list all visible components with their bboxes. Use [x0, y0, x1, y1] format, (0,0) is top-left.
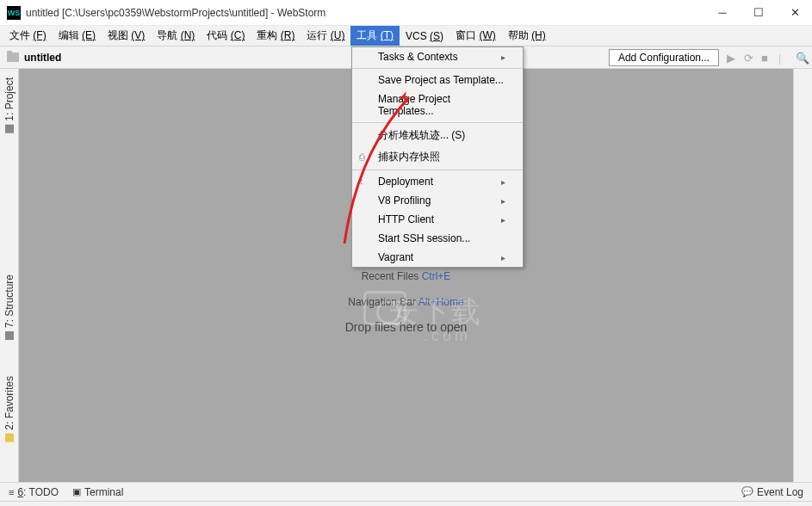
breadcrumb-project[interactable]: untitled — [24, 52, 61, 64]
window-title: untitled [C:\Users\pc0359\WebstormProjec… — [26, 7, 712, 19]
app-icon: WS — [7, 6, 21, 20]
dropdown-item[interactable]: ⎙捕获内存快照 — [352, 146, 523, 168]
tool-tab-favorites[interactable]: 2: Favorites — [2, 371, 17, 447]
dropdown-item[interactable]: V8 Profiling▸ — [352, 191, 523, 210]
dropdown-item[interactable]: 分析堆栈轨迹... (S) — [352, 125, 523, 146]
menubar: 文件 (F)编辑 (E)视图 (V)导航 (N)代码 (C)重构 (R)运行 (… — [0, 26, 812, 46]
search-icon[interactable]: 🔍 — [793, 52, 805, 64]
dropdown-item[interactable]: Tasks & Contexts▸ — [352, 47, 523, 66]
dropdown-item[interactable]: HTTP Client▸ — [352, 210, 523, 229]
menu-item[interactable]: 文件 (F) — [3, 26, 53, 46]
maximize-button[interactable]: ☐ — [748, 6, 769, 19]
run-icon[interactable]: ▶ — [724, 52, 736, 64]
submenu-arrow-icon: ▸ — [501, 52, 505, 62]
hint-navigation-bar: Navigation Bar Alt+Home — [348, 294, 463, 308]
tools-dropdown-menu: Tasks & Contexts▸Save Project as Templat… — [351, 46, 524, 268]
tool-tab-structure[interactable]: 7: Structure — [2, 269, 17, 345]
menu-item[interactable]: 窗口 (W) — [449, 26, 502, 46]
submenu-arrow-icon: ▸ — [501, 177, 505, 187]
status-bar — [0, 501, 812, 506]
submenu-arrow-icon: ▸ — [501, 253, 505, 262]
menu-item[interactable]: VCS (S) — [400, 28, 449, 45]
menu-separator — [352, 68, 523, 69]
debug-icon[interactable]: ⟳ — [741, 52, 753, 64]
dropdown-item[interactable]: Start SSH session... — [352, 229, 523, 248]
hint-drop-files: Drop files here to open — [345, 320, 468, 334]
menu-separator — [352, 122, 523, 123]
hint-recent-files: Recent Files Ctrl+E — [362, 268, 451, 282]
titlebar: WS untitled [C:\Users\pc0359\WebstormPro… — [0, 0, 812, 26]
tool-tab-todo[interactable]: ≡ 6: TODO — [9, 486, 59, 498]
dropdown-item[interactable]: Save Project as Template... — [352, 71, 523, 89]
tool-tab-eventlog[interactable]: 💬 Event Log — [741, 486, 803, 498]
submenu-arrow-icon: ▸ — [501, 196, 505, 206]
bottom-toolbar: ≡ 6: TODO ▣ Terminal 💬 Event Log — [0, 482, 812, 501]
menu-item[interactable]: 运行 (U) — [301, 26, 350, 46]
close-button[interactable]: ✕ — [784, 6, 805, 19]
menu-item[interactable]: 编辑 (E) — [53, 26, 102, 46]
tool-tab-terminal[interactable]: ▣ Terminal — [72, 486, 123, 498]
right-tool-gutter — [793, 69, 812, 482]
dropdown-item[interactable]: Manage Project Templates... — [352, 89, 523, 120]
stop-icon[interactable]: ■ — [759, 52, 771, 64]
submenu-arrow-icon: ▸ — [501, 215, 505, 225]
add-configuration-button[interactable]: Add Configuration... — [609, 49, 719, 66]
deployment-icon: ↕ — [359, 176, 371, 188]
menu-item[interactable]: 代码 (C) — [201, 26, 251, 46]
dropdown-item[interactable]: ↕Deployment▸ — [352, 172, 523, 191]
menu-item[interactable]: 视图 (V) — [102, 26, 151, 46]
divider-icon: | — [776, 52, 788, 64]
dropdown-item[interactable]: Vagrant▸ — [352, 248, 523, 267]
minimize-button[interactable]: ─ — [712, 6, 733, 19]
left-tool-gutter: 1: Project 7: Structure 2: Favorites — [0, 69, 19, 482]
menu-separator — [352, 170, 523, 170]
folder-icon — [7, 52, 19, 62]
menu-item[interactable]: 工具 (T) — [350, 26, 400, 46]
menu-item[interactable]: 导航 (N) — [151, 26, 201, 46]
menu-item[interactable]: 重构 (R) — [251, 26, 301, 46]
tool-tab-project[interactable]: 1: Project — [2, 72, 17, 139]
snapshot-icon: ⎙ — [359, 151, 371, 164]
menu-item[interactable]: 帮助 (H) — [502, 26, 552, 46]
